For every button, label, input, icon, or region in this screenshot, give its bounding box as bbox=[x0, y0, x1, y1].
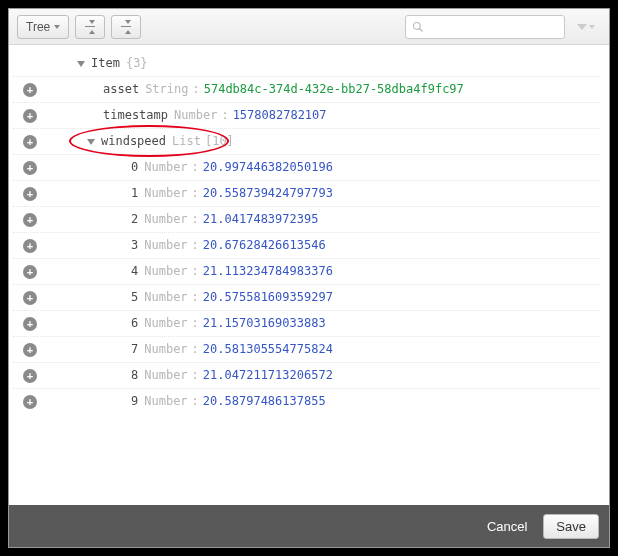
separator: : bbox=[192, 259, 199, 284]
separator: : bbox=[192, 207, 199, 232]
dialog-footer: Cancel Save bbox=[9, 505, 609, 547]
separator: : bbox=[192, 181, 199, 206]
separator: : bbox=[192, 77, 199, 102]
tree-node-timestamp[interactable]: + timestamp Number : 1578082782107 bbox=[13, 103, 599, 129]
item-value[interactable]: 21.15703169033883 bbox=[203, 311, 326, 336]
field-name: asset bbox=[103, 77, 139, 102]
add-button[interactable]: + bbox=[23, 239, 37, 253]
item-value[interactable]: 21.0417483972395 bbox=[203, 207, 319, 232]
field-value[interactable]: 1578082782107 bbox=[233, 103, 327, 128]
separator: : bbox=[192, 285, 199, 310]
add-button[interactable]: + bbox=[23, 109, 37, 123]
tree-node-list-item[interactable]: +6Number:21.15703169033883 bbox=[13, 311, 599, 337]
disclosure-triangle-icon[interactable] bbox=[77, 61, 85, 67]
item-index: 5 bbox=[131, 285, 138, 310]
node-count: [10] bbox=[205, 129, 234, 154]
tree-node-root[interactable]: + Item {3} bbox=[13, 51, 599, 77]
add-button[interactable]: + bbox=[23, 135, 37, 149]
tree-node-list-item[interactable]: +3Number:20.67628426613546 bbox=[13, 233, 599, 259]
field-value[interactable]: 574db84c-374d-432e-bb27-58dba4f9fc97 bbox=[204, 77, 464, 102]
field-name: windspeed bbox=[101, 129, 166, 154]
add-button[interactable]: + bbox=[23, 187, 37, 201]
add-button[interactable]: + bbox=[23, 83, 37, 97]
tree-node-list-item[interactable]: +9Number:20.58797486137855 bbox=[13, 389, 599, 415]
item-value[interactable]: 20.58797486137855 bbox=[203, 389, 326, 414]
item-index: 6 bbox=[131, 311, 138, 336]
view-mode-label: Tree bbox=[26, 20, 50, 34]
search-input[interactable] bbox=[428, 19, 558, 35]
item-value[interactable]: 20.67628426613546 bbox=[203, 233, 326, 258]
add-button[interactable]: + bbox=[23, 265, 37, 279]
tree-node-list-item[interactable]: +0Number:20.997446382050196 bbox=[13, 155, 599, 181]
item-type: Number bbox=[144, 311, 187, 336]
tree-panel: + Item {3} + asset String : 574db84c-374… bbox=[9, 45, 609, 505]
tree-node-list-item[interactable]: +5Number:20.575581609359297 bbox=[13, 285, 599, 311]
tree-node-list-item[interactable]: +1Number:20.558739424797793 bbox=[13, 181, 599, 207]
item-type: Number bbox=[144, 285, 187, 310]
item-index: 3 bbox=[131, 233, 138, 258]
add-button[interactable]: + bbox=[23, 395, 37, 409]
tree-node-list-item[interactable]: +4Number:21.113234784983376 bbox=[13, 259, 599, 285]
item-type: Number bbox=[144, 155, 187, 180]
svg-point-0 bbox=[414, 22, 421, 29]
item-index: 1 bbox=[131, 181, 138, 206]
add-button[interactable]: + bbox=[23, 291, 37, 305]
separator: : bbox=[192, 233, 199, 258]
collapse-icon bbox=[119, 20, 133, 34]
add-button[interactable]: + bbox=[23, 343, 37, 357]
search-icon bbox=[412, 21, 424, 33]
cancel-button[interactable]: Cancel bbox=[481, 518, 533, 535]
save-button[interactable]: Save bbox=[543, 514, 599, 539]
item-index: 0 bbox=[131, 155, 138, 180]
item-type: Number bbox=[144, 207, 187, 232]
add-button[interactable]: + bbox=[23, 161, 37, 175]
item-value[interactable]: 20.575581609359297 bbox=[203, 285, 333, 310]
chevron-down-icon bbox=[54, 25, 60, 29]
node-count: {3} bbox=[126, 51, 148, 76]
item-value[interactable]: 20.997446382050196 bbox=[203, 155, 333, 180]
disclosure-triangle-icon[interactable] bbox=[87, 139, 95, 145]
tree-node-list-item[interactable]: +7Number:20.581305554775824 bbox=[13, 337, 599, 363]
separator: : bbox=[192, 363, 199, 388]
collapse-all-button[interactable] bbox=[111, 15, 141, 39]
add-button[interactable]: + bbox=[23, 213, 37, 227]
add-button[interactable]: + bbox=[23, 317, 37, 331]
item-value[interactable]: 20.581305554775824 bbox=[203, 337, 333, 362]
item-type: Number bbox=[144, 389, 187, 414]
item-index: 8 bbox=[131, 363, 138, 388]
item-type: Number bbox=[144, 259, 187, 284]
add-button[interactable]: + bbox=[23, 369, 37, 383]
node-name: Item bbox=[91, 51, 120, 76]
separator: : bbox=[192, 337, 199, 362]
toolbar: Tree bbox=[9, 9, 609, 45]
field-type: Number bbox=[174, 103, 217, 128]
triangle-down-icon bbox=[577, 24, 587, 30]
field-name: timestamp bbox=[103, 103, 168, 128]
tree-node-asset[interactable]: + asset String : 574db84c-374d-432e-bb27… bbox=[13, 77, 599, 103]
item-type: Number bbox=[144, 181, 187, 206]
expand-all-button[interactable] bbox=[75, 15, 105, 39]
search-box[interactable] bbox=[405, 15, 565, 39]
view-mode-dropdown[interactable]: Tree bbox=[17, 15, 69, 39]
separator: : bbox=[192, 389, 199, 414]
item-index: 4 bbox=[131, 259, 138, 284]
tree-node-list-item[interactable]: +8Number:21.047211713206572 bbox=[13, 363, 599, 389]
separator: : bbox=[192, 155, 199, 180]
separator: : bbox=[192, 311, 199, 336]
item-type: Number bbox=[144, 363, 187, 388]
tree-node-list-item[interactable]: +2Number:21.0417483972395 bbox=[13, 207, 599, 233]
chevron-down-icon bbox=[589, 25, 595, 29]
field-type: String bbox=[145, 77, 188, 102]
json-editor-dialog: Tree + Item {3} bbox=[8, 8, 610, 548]
field-type: List bbox=[172, 129, 201, 154]
item-type: Number bbox=[144, 233, 187, 258]
filter-dropdown[interactable] bbox=[571, 15, 601, 39]
svg-line-1 bbox=[420, 28, 423, 31]
item-index: 7 bbox=[131, 337, 138, 362]
tree-node-windspeed[interactable]: + windspeed List [10] bbox=[13, 129, 599, 155]
item-value[interactable]: 20.558739424797793 bbox=[203, 181, 333, 206]
item-value[interactable]: 21.047211713206572 bbox=[203, 363, 333, 388]
item-value[interactable]: 21.113234784983376 bbox=[203, 259, 333, 284]
separator: : bbox=[221, 103, 228, 128]
item-index: 9 bbox=[131, 389, 138, 414]
